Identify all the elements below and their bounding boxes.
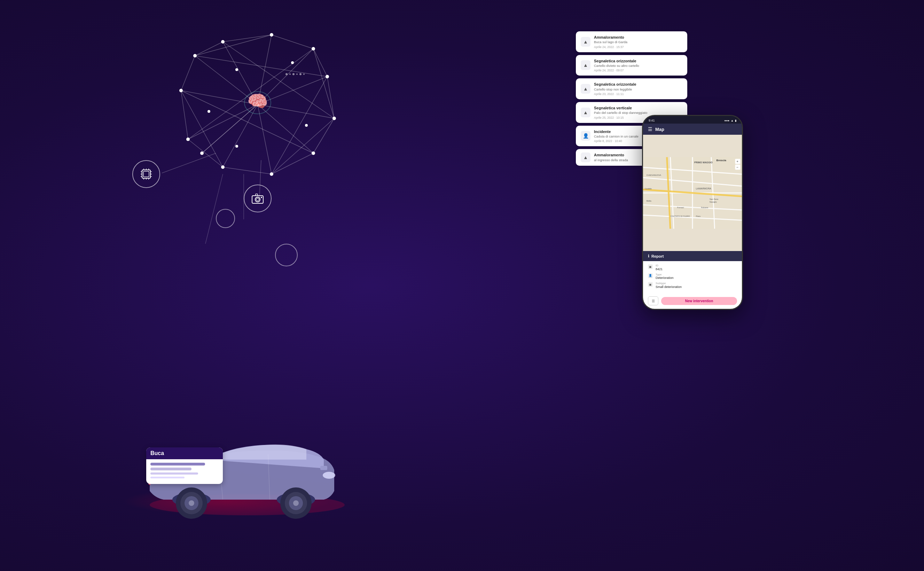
report-card-icon: ▲ xyxy=(581,153,591,162)
buca-line-3 xyxy=(150,472,198,475)
field-type-value: Deterioration xyxy=(656,276,674,279)
report-card-icon: ▲ xyxy=(581,108,591,117)
report-card[interactable]: ▲ Ammaloramento Buca sul lago di Garda A… xyxy=(576,31,687,52)
svg-point-35 xyxy=(221,40,225,43)
svg-point-36 xyxy=(270,33,273,37)
buca-title: Buca xyxy=(150,450,164,457)
report-card[interactable]: ▲ Segnaletica orizzontale Cartello stop … xyxy=(576,78,687,99)
report-card-icon: ▲ xyxy=(581,84,591,94)
field-type-content: Type Deterioration xyxy=(656,273,674,280)
field-subtype-content: Subtype Small deterioration xyxy=(656,282,682,289)
info-icon: ℹ xyxy=(648,254,649,258)
svg-text:−: − xyxy=(736,165,739,169)
svg-point-41 xyxy=(270,172,273,176)
buca-line-4 xyxy=(150,477,185,478)
report-card-subtitle: Cartello divieto su altro cartello xyxy=(594,64,682,68)
neural-network-visualization: 🧠 xyxy=(167,21,348,188)
field-type-icon: 👤 xyxy=(648,273,653,278)
svg-text:+: + xyxy=(736,159,739,163)
field-subtype-value: Small deterioration xyxy=(656,285,682,289)
report-field-id: ▣ ID 8421 xyxy=(648,264,737,271)
field-id-content: ID 8421 xyxy=(656,264,663,271)
map-svg: PRIMO MAGGIO CHIESANUOVA Cadelle LAMARMO… xyxy=(643,135,742,251)
svg-text:Naviglio: Naviglio xyxy=(710,201,717,203)
small-circle-1 xyxy=(216,209,235,228)
svg-line-31 xyxy=(271,77,327,174)
svg-line-16 xyxy=(327,77,334,118)
svg-point-34 xyxy=(193,54,197,57)
report-card-title: Segnaletica orizzontale xyxy=(594,82,682,87)
report-card-icon: ▲ xyxy=(581,60,591,70)
svg-line-19 xyxy=(223,167,271,174)
svg-text:Brescia: Brescia xyxy=(716,159,727,162)
svg-text:🧠: 🧠 xyxy=(247,91,268,111)
svg-point-40 xyxy=(312,151,315,155)
svg-text:LAMARMORA: LAMARMORA xyxy=(696,187,712,190)
field-subtype-icon: ▣ xyxy=(648,282,653,287)
phone-report-panel-header: ℹ Report xyxy=(643,251,742,261)
field-subtype-label: Subtype xyxy=(656,282,682,285)
field-id-label: ID xyxy=(656,264,663,267)
report-panel-title: Report xyxy=(651,254,663,258)
battery-icon: ▮ xyxy=(735,119,736,122)
field-id-value: 8421 xyxy=(656,267,663,271)
buca-card-header: Buca xyxy=(146,448,223,459)
report-card-title: Ammaloramento xyxy=(594,35,682,40)
wifi-icon: ▲ xyxy=(731,119,734,122)
phone-mockup: 9:41 ●●● ▲ ▮ ☰ Map xyxy=(642,115,743,310)
svg-text:Folzano: Folzano xyxy=(701,207,708,208)
svg-point-46 xyxy=(235,68,238,71)
report-card-subtitle: Buca sul lago di Garda xyxy=(594,40,682,44)
svg-text:San Zeno: San Zeno xyxy=(710,198,719,200)
svg-point-48 xyxy=(305,124,308,127)
buca-line-2 xyxy=(150,468,191,471)
svg-point-97 xyxy=(261,197,262,198)
report-card-date: Aprile 24, 2022 · 09:07 xyxy=(594,69,682,72)
svg-point-43 xyxy=(186,137,190,141)
chip-icon-circle xyxy=(132,160,160,188)
svg-point-42 xyxy=(221,165,225,169)
report-field-subtype: ▣ Subtype Small deterioration xyxy=(648,282,737,289)
svg-line-20 xyxy=(188,139,223,167)
report-card-icon: 👤 xyxy=(581,131,591,140)
report-card-icon: ▲ xyxy=(581,37,591,47)
chip-icon-svg xyxy=(139,167,154,182)
svg-point-49 xyxy=(235,145,238,148)
report-card-date: Aprile 24, 2022 · 15:37 xyxy=(594,45,682,49)
phone-map-view[interactable]: PRIMO MAGGIO CHIESANUOVA Cadelle LAMARMO… xyxy=(643,135,742,251)
svg-text:GNUTATO DI FLERO: GNUTATO DI FLERO xyxy=(670,215,690,217)
svg-line-5 xyxy=(258,105,334,118)
svg-rect-81 xyxy=(143,171,149,177)
svg-rect-110 xyxy=(320,466,327,470)
list-view-button[interactable]: ☰ xyxy=(648,296,659,306)
report-card-subtitle: Palo del cartello di stop danneggiato xyxy=(594,111,682,115)
svg-line-21 xyxy=(181,91,188,139)
svg-point-96 xyxy=(256,198,259,201)
svg-point-50 xyxy=(208,110,210,113)
field-id-icon: ▣ xyxy=(648,264,653,269)
phone-app-header: ☰ Map xyxy=(643,123,742,135)
svg-point-39 xyxy=(333,117,336,120)
signal-icon: ●●● xyxy=(725,119,730,122)
svg-text:Fornaci: Fornaci xyxy=(677,207,684,208)
hamburger-icon[interactable]: ☰ xyxy=(648,127,653,132)
svg-line-4 xyxy=(258,77,327,105)
report-card-date: Aprile 23, 2022 · 11:11 xyxy=(594,92,682,96)
svg-text:CHIESANUOVA: CHIESANUOVA xyxy=(646,174,661,176)
svg-line-26 xyxy=(181,91,223,167)
svg-line-17 xyxy=(313,118,334,153)
svg-point-104 xyxy=(293,500,299,506)
new-intervention-button[interactable]: New intervention xyxy=(661,297,737,305)
dots-separator xyxy=(285,73,305,75)
report-card-content: Segnaletica orizzontale Cartello divieto… xyxy=(594,59,682,73)
phone-frame: 9:41 ●●● ▲ ▮ ☰ Map xyxy=(642,115,743,310)
camera-icon-svg xyxy=(251,191,265,205)
svg-point-37 xyxy=(312,47,315,51)
report-card[interactable]: ▲ Segnaletica orizzontale Cartello divie… xyxy=(576,55,687,76)
report-card-content: Segnaletica orizzontale Cartello stop no… xyxy=(594,82,682,96)
svg-point-44 xyxy=(179,89,183,92)
small-circle-2 xyxy=(275,244,298,266)
svg-line-23 xyxy=(195,35,271,56)
svg-line-29 xyxy=(223,42,334,118)
phone-time: 9:41 xyxy=(649,119,655,122)
